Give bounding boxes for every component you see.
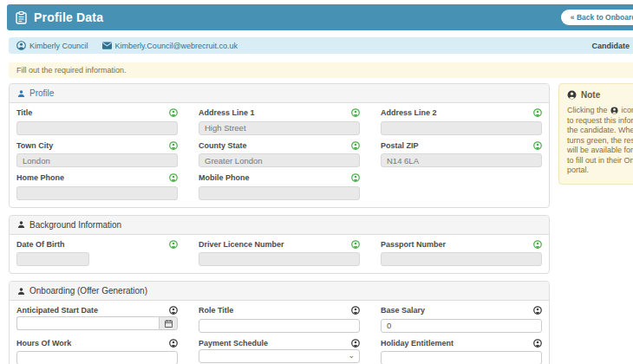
field-label: County State [199,141,247,150]
payment-schedule-select[interactable]: ⌄ [199,349,360,363]
request-field-icon[interactable] [351,173,360,182]
field-home-phone: Home Phone [16,173,178,200]
request-field-icon[interactable] [533,306,542,315]
field-town-city: Town City [16,141,178,168]
onboarding-panel: Onboarding (Offer Generation) Anticipate… [9,281,550,364]
field-label: Passport Number [381,240,446,249]
town-city-input [16,153,178,167]
field-anticipated-start-date: Anticipated Start Date [16,306,178,333]
profile-section-header: Profile [10,84,549,103]
home-phone-input [16,186,178,200]
section-title: Profile [29,88,54,98]
user-icon [17,89,25,98]
field-label: Hours Of Work [16,339,71,348]
field-date-of-birth: Date Of Birth [16,240,178,267]
field-holiday-entitlement: Holiday Entitlement [381,339,542,364]
field-label: Title [16,108,32,117]
postal-zip-input [381,153,542,167]
request-field-icon[interactable] [533,240,542,249]
calendar-button[interactable] [159,316,178,330]
required-info-alert: Fill out the required information. [9,62,633,78]
request-field-icon[interactable] [533,141,542,150]
request-field-icon[interactable] [169,306,178,315]
field-driver-licence-number: Driver Licence Number [199,240,360,267]
field-postal-zip: Postal ZIP [381,141,542,168]
field-label: Mobile Phone [199,173,250,182]
request-field-icon[interactable] [351,141,360,150]
note-text: Clicking the icon will allow you to requ… [567,106,633,176]
request-field-icon[interactable] [351,240,360,249]
title-input [16,121,178,135]
request-field-icon[interactable] [351,306,360,315]
field-label: Holiday Entitlement [381,339,454,348]
mobile-phone-input [199,186,360,200]
field-base-salary: Base Salary [381,306,542,333]
field-label: Payment Schedule [199,339,268,348]
field-label: Date Of Birth [16,240,65,249]
field-address-line-2: Address Line 2 [381,108,542,135]
page: Profile Data « Back to Onboarding Profil… [0,4,633,364]
field-label: Home Phone [16,173,64,182]
field-label: Town City [16,141,53,150]
note-person-icon [567,90,577,100]
profile-panel: Profile Title Address Line 1 [9,83,550,208]
request-field-icon[interactable] [351,339,360,348]
candidate-name: Kimberly Council [29,42,88,50]
role-title-input[interactable] [199,319,360,333]
request-field-icon[interactable] [169,173,178,182]
address-line-1-input [199,121,360,135]
request-field-icon[interactable] [169,108,178,117]
request-field-icon[interactable] [533,339,542,348]
request-field-icon[interactable] [169,339,178,348]
person-circle-icon [610,107,618,114]
note-title: Note [581,90,600,100]
field-role-title: Role Title [199,306,360,333]
field-payment-schedule: Payment Schedule ⌄ [199,339,360,364]
chevron-down-icon: ⌄ [348,351,355,360]
note-panel: Note Clicking the icon will allow you to… [558,83,633,185]
candidate-info-bar: Kimberly Council Kimberly.Council@webrec… [9,37,633,54]
field-label: Address Line 2 [381,108,437,117]
driver-licence-number-input [199,252,360,266]
base-salary-input[interactable] [381,319,542,333]
field-hours-of-work: Hours Of Work [16,339,178,364]
request-field-icon[interactable] [533,108,542,117]
field-label: Driver Licence Number [199,240,284,249]
background-information-panel: Background Information Date Of Birth Dri… [9,215,550,275]
field-mobile-phone: Mobile Phone [199,173,360,200]
page-title: Profile Data [34,10,103,24]
user-icon [17,287,25,296]
address-line-2-input [381,121,542,135]
field-county-state: County State [199,141,360,168]
section-title: Background Information [29,220,121,230]
back-to-onboarding-button[interactable]: « Back to Onboarding Profile [561,10,633,25]
field-title: Title [16,108,178,135]
onboarding-section-header: Onboarding (Offer Generation) [10,282,549,301]
anticipated-start-date-input[interactable] [16,316,159,330]
field-label: Postal ZIP [381,141,419,150]
passport-number-input [381,252,542,266]
candidate-right-label: Candidate [591,42,630,50]
county-state-input [199,153,360,167]
clipboard-icon [16,11,27,24]
envelope-icon [102,42,112,49]
hours-of-work-input[interactable] [16,351,178,364]
holiday-entitlement-input[interactable] [381,351,542,364]
user-icon [17,220,25,229]
request-field-icon[interactable] [169,240,178,249]
field-label: Anticipated Start Date [16,306,98,315]
field-label: Address Line 1 [199,108,255,117]
field-label: Base Salary [381,306,425,315]
section-title: Onboarding (Offer Generation) [29,286,147,296]
field-address-line-1: Address Line 1 [199,108,360,135]
date-of-birth-input [16,252,89,266]
app-header: Profile Data « Back to Onboarding Profil… [7,4,633,30]
background-section-header: Background Information [10,216,549,235]
candidate-email: Kimberly.Council@webrecruit.co.uk [115,42,238,50]
request-field-icon[interactable] [169,141,178,150]
request-field-icon[interactable] [351,108,360,117]
field-label: Role Title [199,306,233,315]
user-circle-icon [16,41,26,50]
field-passport-number: Passport Number [381,240,542,267]
